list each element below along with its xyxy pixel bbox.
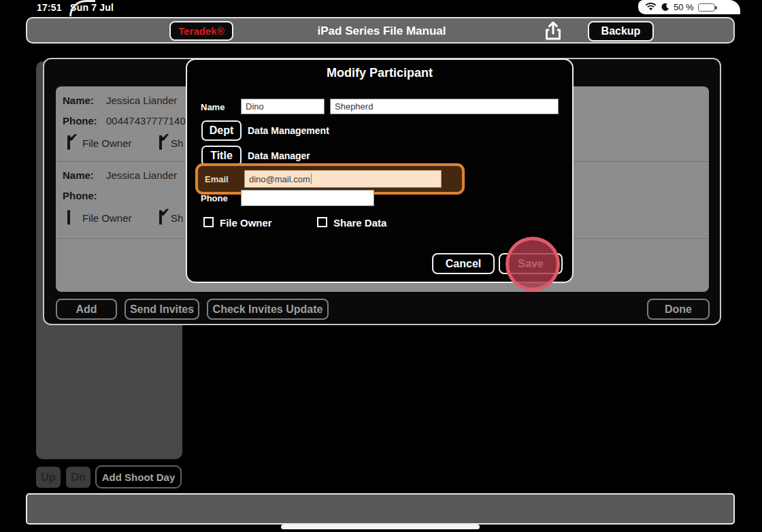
check-icon: ✔ [160,131,169,145]
participant-name: Jessica Liander [106,169,177,181]
file-owner-checkbox[interactable] [67,210,70,225]
done-button[interactable]: Done [647,299,710,320]
status-pill: 50 % [638,0,740,14]
email-input[interactable]: dino@mail.com [244,170,442,188]
battery-percent: 50 % [674,2,694,12]
status-time: 17:51 [37,2,62,13]
name-label: Name: [63,95,94,106]
file-owner-checkbox[interactable] [203,217,214,227]
wifi-icon [645,3,657,12]
share-data-checkbox[interactable]: ✔ [159,135,162,150]
name-label: Name: [63,169,94,181]
tap-indicator [506,237,560,291]
check-icon: ✔ [68,131,78,145]
ipad-screen: 17:51 Sun 7 Jul 50 % iPad Series File Ma… [0,0,762,532]
home-indicator[interactable] [281,525,480,529]
dept-value: Data Management [248,125,329,136]
share-data-checkbox[interactable] [317,217,327,227]
dept-button[interactable]: Dept [201,120,242,141]
file-owner-checkbox-label: File Owner [220,217,272,229]
app-toolbar: iPad Series File Manual Teradek® Backup [26,17,735,44]
modify-participant-modal: Modify Participant Name Dept Data Manage… [186,59,574,283]
battery-icon [698,3,715,12]
modal-title: Modify Participant [187,66,572,80]
add-shoot-day-button[interactable]: Add Shoot Day [95,465,182,488]
backup-button[interactable]: Backup [588,21,654,41]
first-name-input[interactable] [241,99,325,114]
check-icon: ✔ [160,205,169,220]
participant-phone: 00447437777140 [106,115,186,127]
cancel-button[interactable]: Cancel [432,253,495,274]
file-owner-checkbox-label: File Owner [82,212,132,224]
share-data-checkbox[interactable]: ✔ [159,210,162,225]
name-field-label: Name [201,102,225,112]
check-invites-update-button[interactable]: Check Invites Update [207,299,329,320]
text-caret [311,173,312,184]
teradek-brand-button[interactable]: Teradek® [169,21,233,41]
phone-label: Phone: [63,115,97,127]
share-data-checkbox-label: Sh [171,212,183,224]
move-up-button[interactable]: Up [36,467,61,488]
phone-field-label: Phone [201,193,228,203]
share-icon[interactable] [542,20,565,43]
send-invites-button[interactable]: Send Invites [125,299,199,320]
bottom-bar [26,493,735,525]
email-input-value: dino@mail.com [249,174,310,184]
move-down-button[interactable]: Dn [66,467,90,488]
share-data-checkbox-label: Sh [171,137,183,149]
share-data-checkbox-label: Share Data [333,217,386,229]
last-name-input[interactable] [330,99,559,114]
phone-input[interactable] [241,190,374,206]
file-owner-checkbox[interactable]: ✔ [67,135,70,150]
participant-name: Jessica Liander [106,95,177,106]
title-value: Data Manager [248,150,310,161]
add-participant-button[interactable]: Add [56,299,117,320]
phone-label: Phone: [63,190,97,201]
file-owner-checkbox-label: File Owner [82,137,132,149]
email-field-label: Email [205,174,229,184]
moon-icon [661,3,669,12]
